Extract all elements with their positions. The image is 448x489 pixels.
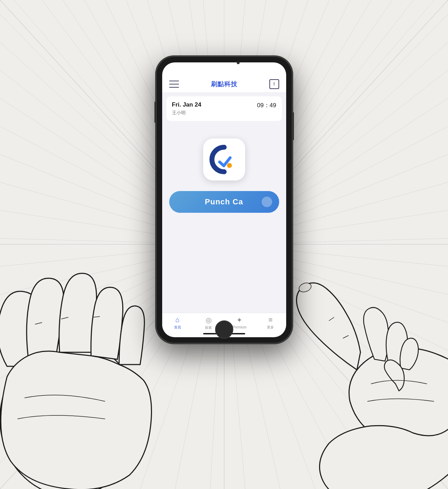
phone-home-button[interactable] [215,320,233,339]
more-icon: ≡ [268,316,273,324]
more-label: 更多 [267,325,274,330]
phone-screen: 刷點科技 ! Fri. Jan 24 王小明 09：49 [162,62,286,337]
premium-icon: ✦ [236,316,242,324]
date-display: Fri. Jan 24 [172,101,201,108]
nav-item-home[interactable]: ⌂ 首頁 [162,316,193,330]
menu-line-2 [169,84,179,84]
explore-label: 探索 [205,325,212,330]
app-content: 刷點科技 ! Fri. Jan 24 王小明 09：49 [162,75,286,337]
premium-label: Premium [233,325,247,329]
logo-area [162,124,286,191]
user-name-display: 王小明 [172,110,201,116]
menu-line-1 [169,81,179,81]
app-title: 刷點科技 [211,80,237,88]
time-display: 09：49 [257,101,276,109]
app-logo [203,138,245,181]
date-time-card: Fri. Jan 24 王小明 09：49 [166,96,282,121]
phone-shell: 刷點科技 ! Fri. Jan 24 王小明 09：49 [156,56,292,344]
home-icon: ⌂ [175,316,180,324]
home-label: 首頁 [174,325,181,330]
app-header: 刷點科技 ! [162,75,286,93]
logo-svg [208,144,240,175]
phone-device: 刷點科技 ! Fri. Jan 24 王小明 09：49 [156,56,292,344]
explore-icon: ◎ [206,316,212,324]
svg-point-82 [227,163,232,168]
hamburger-menu-icon[interactable] [169,81,179,88]
menu-line-3 [169,87,179,88]
nav-item-more[interactable]: ≡ 更多 [255,316,286,330]
phone-camera [237,61,240,64]
punch-card-button[interactable]: Punch Ca [169,191,279,213]
notification-button[interactable]: ! [269,79,279,89]
punch-card-label: Punch Ca [205,197,243,206]
